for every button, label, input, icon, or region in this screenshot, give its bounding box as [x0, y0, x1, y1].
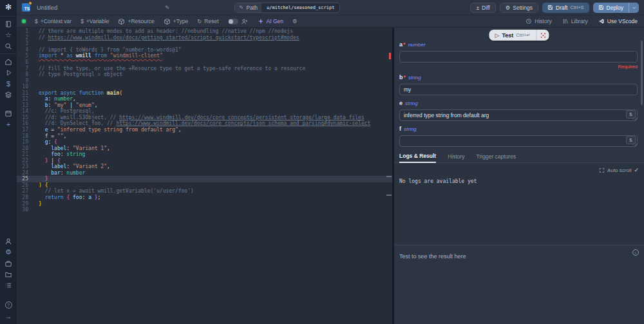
library-button[interactable]: Library	[562, 18, 588, 24]
help-icon[interactable]: ?	[0, 300, 17, 310]
code-line[interactable]: 9	[17, 77, 392, 84]
tab-history[interactable]: History	[448, 153, 464, 162]
field-name: f	[399, 126, 401, 132]
deploy-button[interactable]: Deploy	[593, 3, 629, 13]
test-button[interactable]: ▷ Test Ctrl+↵	[489, 30, 536, 41]
tab-logs-result[interactable]: Logs & Result	[399, 153, 436, 163]
tab-trigger-captures[interactable]: Trigger captures	[477, 153, 516, 162]
expand-icon	[599, 167, 605, 173]
add-type-button[interactable]: +Type	[164, 18, 188, 25]
code-line[interactable]: 28 return { foo: a };	[17, 195, 392, 201]
auto-scroll-toggle[interactable]: Auto scroll ✓	[599, 167, 639, 173]
workers-toolbox-icon[interactable]	[0, 258, 17, 269]
create-plus-icon[interactable]: +	[0, 119, 17, 129]
error-marker	[389, 53, 391, 59]
typescript-badge[interactable]: TS	[22, 3, 30, 12]
reset-icon: ↻	[197, 18, 202, 24]
required-note: Required	[399, 64, 638, 70]
home-icon[interactable]	[0, 56, 17, 67]
variables-dollar-icon[interactable]: $	[0, 78, 17, 89]
code-line[interactable]: 2// https://www.windmill.dev/docs/gettin…	[17, 35, 392, 41]
line-number: 23	[17, 164, 36, 169]
code-line[interactable]: 10	[17, 84, 392, 90]
field-type: number	[408, 42, 426, 48]
code-line[interactable]: 20 label: "Variant 1",	[17, 145, 392, 151]
user-icon[interactable]	[0, 236, 17, 247]
collapse-sidebar-icon[interactable]: →	[0, 310, 17, 321]
diff-button[interactable]: ±Diff	[470, 3, 495, 13]
code-text: label: "Variant 1",	[36, 146, 110, 151]
code-line[interactable]: 7// fill the type, or use the +Resource …	[17, 65, 392, 71]
code-text: ) {	[36, 182, 48, 188]
code-line[interactable]: 25 }	[17, 176, 392, 182]
info-icon[interactable]: i	[632, 249, 639, 256]
test-options-button[interactable]	[536, 30, 549, 41]
field-a-input[interactable]	[399, 51, 638, 62]
code-line[interactable]: 1// there are multiple modes to add as h…	[17, 28, 392, 35]
code-editor[interactable]: 1// there are multiple modes to add as h…	[17, 28, 392, 324]
script-title[interactable]: Untitled	[37, 4, 57, 11]
code-line[interactable]: 29}	[17, 200, 392, 207]
code-line[interactable]: 5import * as wmill from "windmill-client…	[17, 53, 392, 59]
save-icon	[598, 5, 604, 10]
line-number: 9	[17, 78, 36, 84]
chevron-down-icon	[632, 5, 637, 10]
editor-settings-button[interactable]: ⚙	[292, 18, 298, 24]
code-line[interactable]: 6	[17, 59, 392, 66]
code-text: // type Postgresql = object	[36, 71, 122, 77]
schedules-calendar-icon[interactable]	[0, 108, 17, 119]
runs-play-icon[interactable]	[0, 67, 17, 78]
resize-handle[interactable]	[633, 142, 637, 146]
code-line[interactable]: 3	[17, 41, 392, 47]
code-line[interactable]: 18 f = "",	[17, 133, 392, 139]
field-f-input[interactable]	[399, 135, 638, 147]
code-line[interactable]: 16 //d: DynSelect_foo, // https://www.wi…	[17, 120, 392, 127]
resize-handle[interactable]	[633, 117, 637, 120]
code-line[interactable]: 15 //d: wmill.S3Object, // https://www.w…	[17, 115, 392, 121]
code-line[interactable]: 13 b: "my" | "enum",	[17, 102, 392, 109]
favorites-star-icon[interactable]: ☆	[0, 30, 17, 41]
settings-gear-icon[interactable]: ⚙	[0, 247, 17, 258]
line-number: 18	[17, 133, 36, 139]
settings-button[interactable]: ⚙Settings	[500, 3, 538, 13]
reset-button[interactable]: ↻Reset	[197, 18, 218, 24]
result-placeholder: Test to see the result here	[399, 253, 466, 260]
code-line[interactable]: 4// import { toWords } from "number-to-w…	[17, 47, 392, 53]
code-line[interactable]: 11export async function main(	[17, 90, 392, 96]
windmill-logo-icon[interactable]: ✻	[0, 0, 17, 14]
path-value[interactable]: u/mitchel/seasoned_script	[261, 3, 339, 12]
add-variable-button[interactable]: $+Variable	[80, 18, 109, 24]
field-b-input[interactable]	[399, 84, 638, 95]
folders-icon[interactable]	[0, 269, 17, 280]
code-line[interactable]: 14 //c: Postgresql,	[17, 108, 392, 115]
code-line[interactable]: 22 } | {	[17, 157, 392, 164]
code-line[interactable]: 24 bar: number	[17, 170, 392, 176]
line-number: 19	[17, 139, 36, 145]
workspace-icon[interactable]	[0, 19, 17, 30]
code-line[interactable]: 27 // let x = await wmill.getVariable('u…	[17, 188, 392, 195]
field-e-input[interactable]	[399, 110, 638, 121]
history-button[interactable]: History	[526, 18, 551, 24]
multiplayer-toggle[interactable]	[228, 19, 238, 24]
resources-icon[interactable]	[0, 89, 17, 100]
edit-summary-pencil-icon[interactable]: ✎	[165, 5, 170, 11]
add-context-var-button[interactable]: $+Context var	[35, 18, 71, 24]
code-line[interactable]: 19 g: {	[17, 139, 392, 146]
code-line[interactable]: 8// type Postgresql = object	[17, 71, 392, 78]
code-line[interactable]: 17 e = "inferred type string from defaul…	[17, 127, 392, 133]
code-line[interactable]: 23 label: "Variant 2",	[17, 164, 392, 170]
use-vscode-button[interactable]: Use VScode	[598, 18, 638, 24]
audit-logs-icon[interactable]	[0, 280, 17, 291]
code-line[interactable]: 30	[17, 207, 392, 213]
path-editor[interactable]: ✎Path u/mitchel/seasoned_script	[234, 3, 340, 13]
deploy-dropdown-button[interactable]	[629, 3, 639, 13]
code-line[interactable]: 12 a: number,	[17, 96, 392, 102]
code-line[interactable]: 21 foo: string	[17, 151, 392, 158]
search-icon[interactable]	[0, 41, 17, 52]
add-resource-button[interactable]: +Resource	[118, 18, 154, 25]
draft-button[interactable]: DraftCtrl+S	[542, 3, 589, 13]
code-line[interactable]: 26) {	[17, 182, 392, 189]
form-scrollbar[interactable]	[641, 41, 643, 105]
ai-gen-button[interactable]: AI Gen	[258, 18, 283, 24]
code-text: // there are multiple modes to add as he…	[36, 28, 293, 34]
